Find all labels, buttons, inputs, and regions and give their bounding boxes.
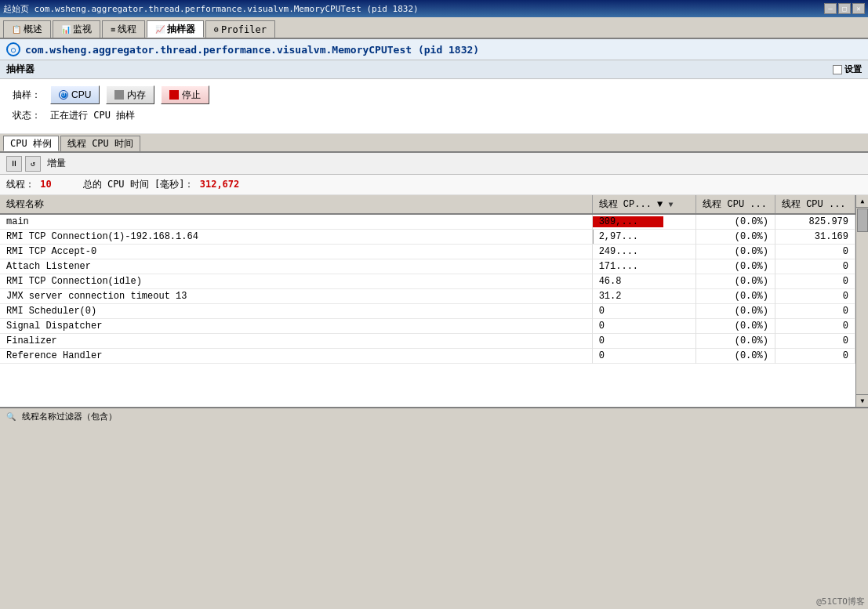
table-header-row: 线程名称 线程 CP... ▼ ▼ 线程 CPU ... 线程 CPU ... bbox=[0, 195, 855, 214]
cell-cpu-bar: 0 bbox=[592, 334, 696, 349]
app-title-text: com.wsheng.aggregator.thread.performance… bbox=[25, 44, 479, 56]
resume-button[interactable]: ↺ bbox=[25, 156, 41, 172]
cell-cpu-pct: (0.0%) bbox=[696, 230, 775, 245]
cell-thread-name: RMI TCP Accept-0 bbox=[0, 245, 592, 259]
sub-tab-cpu-samples[interactable]: CPU 样例 bbox=[3, 136, 59, 151]
stop-button-label: 停止 bbox=[182, 89, 201, 102]
minimize-button[interactable]: — bbox=[824, 3, 837, 14]
tab-overview-label: 概述 bbox=[24, 23, 42, 36]
data-table-container[interactable]: 线程名称 线程 CP... ▼ ▼ 线程 CPU ... 线程 CPU ... … bbox=[0, 195, 868, 407]
cell-thread-name: RMI TCP Connection(idle) bbox=[0, 274, 592, 289]
table-row[interactable]: JMX server connection timeout 1331.2(0.0… bbox=[0, 289, 855, 304]
section-title: 抽样器 bbox=[6, 63, 35, 76]
cell-cpu-time2: 0 bbox=[775, 245, 855, 259]
cell-cpu-pct: (0.0%) bbox=[696, 289, 775, 304]
table-row[interactable]: Reference Handler0(0.0%)0 bbox=[0, 349, 855, 364]
data-table: 线程名称 线程 CP... ▼ ▼ 线程 CPU ... 线程 CPU ... … bbox=[0, 195, 855, 364]
cell-cpu-time2: 31.169 bbox=[775, 230, 855, 245]
sort-arrow: ▼ bbox=[668, 201, 673, 209]
cell-cpu-bar: 171.... bbox=[592, 259, 696, 274]
table-row[interactable]: Attach Listener171....(0.0%)0 bbox=[0, 259, 855, 274]
title-bar-text: 起始页 com.wsheng.aggregator.thread.perform… bbox=[3, 3, 824, 15]
close-button[interactable]: ✕ bbox=[852, 3, 865, 14]
sampling-label: 抽样： bbox=[13, 89, 44, 102]
toolbar: ⏸ ↺ 增量 bbox=[0, 153, 868, 175]
tab-monitor-label: 监视 bbox=[73, 23, 92, 36]
pause-icon: ⏸ bbox=[10, 159, 18, 168]
col-header-cpu-time2[interactable]: 线程 CPU ... bbox=[775, 195, 855, 214]
tab-threads[interactable]: ≡ 线程 bbox=[102, 20, 145, 38]
cell-cpu-time2: 0 bbox=[775, 349, 855, 364]
cpu-time-value: 312,672 bbox=[200, 179, 240, 190]
cell-cpu-time2: 0 bbox=[775, 289, 855, 304]
col-header-name[interactable]: 线程名称 bbox=[0, 195, 592, 214]
tab-monitor[interactable]: 📊 监视 bbox=[53, 20, 100, 38]
increment-label: 增量 bbox=[47, 157, 66, 170]
status-row: 状态： 正在进行 CPU 抽样 bbox=[13, 109, 855, 122]
threads-stat: 线程： 10 bbox=[6, 178, 52, 191]
table-row[interactable]: RMI TCP Connection(1)-192.168.1.642,97..… bbox=[0, 230, 855, 245]
stop-button[interactable]: 停止 bbox=[161, 85, 209, 104]
maximize-button[interactable]: □ bbox=[838, 3, 851, 14]
scroll-down-button[interactable]: ▼ bbox=[856, 394, 868, 407]
pause-button[interactable]: ⏸ bbox=[6, 156, 22, 172]
table-row[interactable]: RMI TCP Accept-0249....(0.0%)0 bbox=[0, 245, 855, 259]
title-bar-buttons: — □ ✕ bbox=[824, 3, 865, 14]
cell-cpu-pct: (0.0%) bbox=[696, 274, 775, 289]
cell-cpu-bar: 46.8 bbox=[592, 274, 696, 289]
cell-cpu-time2: 0 bbox=[775, 304, 855, 319]
cell-cpu-pct: (0.0%) bbox=[696, 304, 775, 319]
cell-thread-name: Reference Handler bbox=[0, 349, 592, 364]
cpu-time-stat: 总的 CPU 时间 [毫秒]： 312,672 bbox=[83, 178, 240, 191]
cell-cpu-pct: (0.0%) bbox=[696, 214, 775, 230]
cell-thread-name: Signal Dispatcher bbox=[0, 319, 592, 334]
scrollbar-thumb[interactable] bbox=[857, 208, 868, 232]
sampling-row: 抽样： ↺ CPU 内存 停止 bbox=[13, 85, 855, 104]
section-header: 抽样器 设置 bbox=[0, 60, 868, 79]
cpu-button-icon: ↺ bbox=[59, 90, 68, 100]
tab-sampler[interactable]: 📈 抽样器 bbox=[147, 20, 204, 38]
cpu-button[interactable]: ↺ CPU bbox=[50, 85, 100, 104]
cell-thread-name: Attach Listener bbox=[0, 259, 592, 274]
col-header-cpu-bar[interactable]: 线程 CP... ▼ ▼ bbox=[592, 195, 696, 214]
cpu-button-icon-inner: ↺ bbox=[61, 92, 67, 98]
sub-tab-thread-cpu-time[interactable]: 线程 CPU 时间 bbox=[60, 136, 140, 151]
memory-button-label: 内存 bbox=[127, 89, 146, 102]
cell-cpu-bar: 2,97... bbox=[592, 230, 696, 245]
cell-cpu-time2: 0 bbox=[775, 274, 855, 289]
tab-sampler-label: 抽样器 bbox=[167, 23, 195, 36]
cell-cpu-bar: 31.2 bbox=[592, 289, 696, 304]
cell-cpu-pct: (0.0%) bbox=[696, 245, 775, 259]
cell-cpu-time2: 0 bbox=[775, 319, 855, 334]
profiler-icon: ⚙ bbox=[214, 25, 219, 34]
cell-cpu-time2: 0 bbox=[775, 334, 855, 349]
settings-label: 设置 bbox=[844, 63, 862, 75]
main-tab-bar: 📋 概述 📊 监视 ≡ 线程 📈 抽样器 ⚙ Profiler bbox=[0, 17, 868, 39]
table-row[interactable]: RMI Scheduler(0)0(0.0%)0 bbox=[0, 304, 855, 319]
table-row[interactable]: Signal Dispatcher0(0.0%)0 bbox=[0, 319, 855, 334]
cell-cpu-time2: 0 bbox=[775, 259, 855, 274]
table-row[interactable]: main309,...(0.0%)825.979 bbox=[0, 214, 855, 230]
cell-cpu-bar: 309,... bbox=[592, 214, 696, 230]
resume-icon: ↺ bbox=[31, 159, 35, 168]
cell-thread-name: Finalizer bbox=[0, 334, 592, 349]
cell-thread-name: RMI Scheduler(0) bbox=[0, 304, 592, 319]
settings-button[interactable]: 设置 bbox=[833, 63, 862, 75]
table-row[interactable]: Finalizer0(0.0%)0 bbox=[0, 334, 855, 349]
memory-button[interactable]: 内存 bbox=[106, 85, 154, 104]
cell-cpu-time2: 825.979 bbox=[775, 214, 855, 230]
cell-cpu-bar: 0 bbox=[592, 304, 696, 319]
tab-overview[interactable]: 📋 概述 bbox=[3, 20, 51, 38]
title-bar: 起始页 com.wsheng.aggregator.thread.perform… bbox=[0, 0, 868, 17]
scrollbar-vertical[interactable]: ▲ ▼ bbox=[855, 195, 868, 407]
stop-icon bbox=[169, 90, 179, 100]
cell-cpu-bar: 0 bbox=[592, 319, 696, 334]
scroll-up-button[interactable]: ▲ bbox=[856, 195, 868, 208]
status-label: 状态： bbox=[13, 109, 44, 122]
cell-thread-name: JMX server connection timeout 13 bbox=[0, 289, 592, 304]
col-header-cpu-pct[interactable]: 线程 CPU ... bbox=[696, 195, 775, 214]
tab-threads-label: 线程 bbox=[118, 23, 136, 36]
tab-profiler[interactable]: ⚙ Profiler bbox=[205, 20, 275, 38]
settings-checkbox[interactable] bbox=[833, 65, 842, 74]
table-row[interactable]: RMI TCP Connection(idle)46.8(0.0%)0 bbox=[0, 274, 855, 289]
